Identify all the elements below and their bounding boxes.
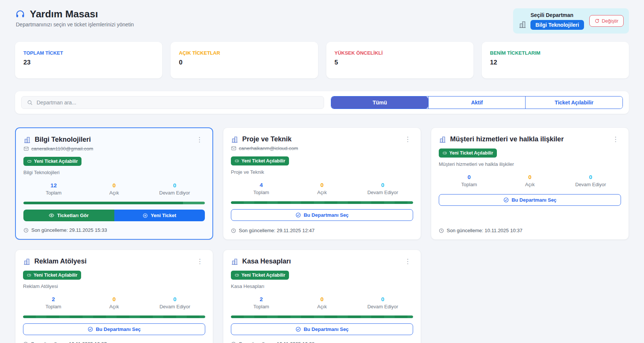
ticket-icon xyxy=(235,273,239,277)
refresh-icon xyxy=(595,18,599,23)
check-circle-icon xyxy=(295,212,301,218)
card-stats: 4 Toplam 0 Açık 0 Devam Ediyor xyxy=(231,182,413,195)
card-actions: Ticketları Gör Yeni Ticket xyxy=(23,210,205,221)
stat-value: 12 xyxy=(490,59,621,66)
headset-icon xyxy=(15,9,25,19)
card-menu-button[interactable]: ⋮ xyxy=(194,257,205,265)
change-department-button[interactable]: Değiştir xyxy=(589,15,624,27)
building-icon xyxy=(231,258,238,265)
stat-total: 2 xyxy=(23,296,84,302)
ticket-openable-badge: Yeni Ticket Açılabilir xyxy=(231,271,289,280)
page-header: Yardım Masası Departmanınızı seçin ve ti… xyxy=(15,8,629,34)
search-icon xyxy=(27,100,33,106)
department-description: Kasa Hesapları xyxy=(231,283,413,289)
new-ticket-button[interactable]: Yeni Ticket xyxy=(114,210,205,221)
ticket-progress-bar xyxy=(231,315,413,318)
card-stats: 2 Toplam 0 Açık 0 Devam Ediyor xyxy=(23,296,205,309)
ticket-progress-bar xyxy=(23,315,205,318)
ticket-icon xyxy=(235,159,239,163)
department-title: Proje ve Teknik xyxy=(242,135,398,143)
card-menu-button[interactable]: ⋮ xyxy=(194,136,205,144)
stat-value: 5 xyxy=(335,59,465,66)
stat-open: 0 xyxy=(84,296,144,302)
last-updated: Son güncelleme: 10.11.2025 10:37 xyxy=(23,335,205,343)
last-updated: Son güncelleme: 29.11.2025 15:33 xyxy=(23,221,205,233)
stat-in-progress: 0 xyxy=(144,182,205,188)
card-menu-button[interactable]: ⋮ xyxy=(610,135,621,143)
building-icon xyxy=(439,136,446,143)
last-updated: Son güncelleme: 10.11.2025 10:37 xyxy=(439,222,621,233)
stat-total: 4 xyxy=(231,182,292,188)
department-card-proje-ve-teknik[interactable]: Proje ve Teknik ⋮ canerhalkanm@icloud.co… xyxy=(223,127,421,240)
stat-in-progress: 0 xyxy=(144,296,205,302)
stat-in-progress: 0 xyxy=(352,182,413,188)
filter-bar: Tümü Aktif Ticket Açılabilir xyxy=(15,91,629,114)
selected-department-panel: Seçili Departman Bilgi Teknolojileri Değ… xyxy=(513,8,629,34)
department-description: Bilgi Teknolojileri xyxy=(23,170,205,175)
department-card-reklam-atolyesi[interactable]: Reklam Atölyesi ⋮ Yeni Ticket Açılabilir… xyxy=(15,250,213,343)
building-icon xyxy=(518,20,527,30)
building-icon xyxy=(23,258,31,265)
department-email: canerhalkanm@icloud.com xyxy=(231,145,413,151)
stat-open: 0 xyxy=(292,296,352,302)
building-icon xyxy=(23,136,31,144)
stat-open: 0 xyxy=(500,174,560,180)
selected-department-value[interactable]: Bilgi Teknolojileri xyxy=(530,20,584,30)
department-card-bilgi-teknolojileri[interactable]: Bilgi Teknolojileri ⋮ caneralkan1100@gma… xyxy=(15,127,213,240)
stat-card-total-tickets: TOPLAM TİCKET 23 xyxy=(15,42,162,78)
stats-row: TOPLAM TİCKET 23 AÇIK TİCKETLAR 0 YÜKSEK… xyxy=(15,42,629,78)
clock-icon xyxy=(439,228,444,233)
stat-value: 23 xyxy=(23,59,154,66)
department-description: Müşteri hizmetleri ve halkla ilişkiler xyxy=(439,161,621,167)
clock-icon xyxy=(231,341,236,343)
clock-icon xyxy=(231,228,236,233)
ticket-icon xyxy=(27,159,32,164)
stat-card-high-priority: YÜKSEK ÖNCELİKLİ 5 xyxy=(326,42,473,78)
select-department-button[interactable]: Bu Departmanı Seç xyxy=(231,323,413,335)
card-actions: Bu Departmanı Seç xyxy=(231,209,413,221)
ticket-openable-badge: Yeni Ticket Açılabilir xyxy=(23,271,81,280)
card-menu-button[interactable]: ⋮ xyxy=(402,135,413,143)
search-input[interactable] xyxy=(37,100,318,106)
ticket-openable-badge: Yeni Ticket Açılabilir xyxy=(231,156,289,165)
stat-total: 2 xyxy=(231,296,292,302)
envelope-icon xyxy=(23,146,29,152)
stat-value: 0 xyxy=(179,59,309,66)
last-updated: Son güncelleme: 29.11.2025 12:47 xyxy=(231,222,413,233)
page-subtitle: Departmanınızı seçin ve ticket işlemleri… xyxy=(16,21,134,28)
stat-label: BENİM TİCKETLARIM xyxy=(490,50,621,56)
clock-icon xyxy=(23,341,28,343)
select-department-button[interactable]: Bu Departmanı Seç xyxy=(231,209,413,221)
last-updated: Son güncelleme: 10.11.2025 10:38 xyxy=(231,335,413,343)
building-icon xyxy=(231,136,238,143)
check-circle-icon xyxy=(88,326,93,332)
ticket-icon xyxy=(443,151,447,155)
view-tickets-button[interactable]: Ticketları Gör xyxy=(23,210,114,221)
department-title: Kasa Hesapları xyxy=(242,257,398,265)
select-department-button[interactable]: Bu Departmanı Seç xyxy=(23,323,205,335)
card-stats: 2 Toplam 0 Açık 0 Devam Ediyor xyxy=(231,296,413,309)
stat-in-progress: 0 xyxy=(352,296,413,302)
department-description: Reklam Atölyesi xyxy=(23,283,205,289)
department-card-kasa-hesaplari[interactable]: Kasa Hesapları ⋮ Yeni Ticket Açılabilir … xyxy=(223,250,421,343)
stat-label: AÇIK TİCKETLAR xyxy=(179,50,309,56)
department-title: Bilgi Teknolojileri xyxy=(35,136,190,144)
search-box[interactable] xyxy=(21,96,324,109)
select-department-button[interactable]: Bu Departmanı Seç xyxy=(439,194,621,206)
stat-label: YÜKSEK ÖNCELİKLİ xyxy=(335,50,465,56)
stat-card-open-tickets: AÇIK TİCKETLAR 0 xyxy=(171,42,318,78)
department-card-musteri-hizmetleri[interactable]: Müşteri hizmetleri ve halkla ilişkiler ⋮… xyxy=(431,127,629,240)
tab-all[interactable]: Tümü xyxy=(331,96,428,109)
stat-card-my-tickets: BENİM TİCKETLARIM 12 xyxy=(482,42,629,78)
department-grid: Bilgi Teknolojileri ⋮ caneralkan1100@gma… xyxy=(15,127,629,343)
ticket-openable-badge: Yeni Ticket Açılabilir xyxy=(439,149,497,158)
clock-icon xyxy=(23,228,29,233)
tab-active[interactable]: Aktif xyxy=(428,96,526,109)
tab-ticket-openable[interactable]: Ticket Açılabilir xyxy=(525,96,622,109)
stat-label: TOPLAM TİCKET xyxy=(23,50,154,56)
card-menu-button[interactable]: ⋮ xyxy=(402,257,413,265)
card-actions: Bu Departmanı Seç xyxy=(231,323,413,335)
stat-total: 0 xyxy=(439,174,500,180)
selected-department-label: Seçili Departman xyxy=(530,12,584,18)
card-stats: 12 Toplam 0 Açık 0 Devam Ediyor xyxy=(23,182,205,196)
